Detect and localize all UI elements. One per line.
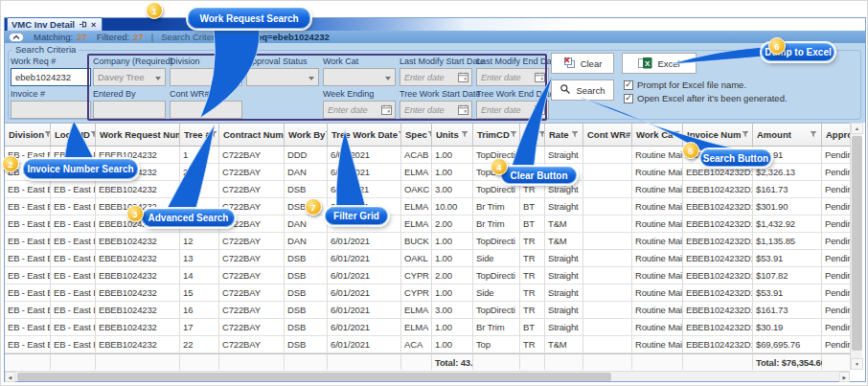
horizontal-scroll-thumb[interactable] [17,373,611,381]
grid-row-3[interactable]: EB - East BayEB - East BayEBEB10242328C7… [5,181,850,198]
pin-icon[interactable] [79,20,87,29]
column-header-amount[interactable]: Amount [753,124,822,146]
cell: Br Trim [473,216,520,233]
calendar-icon[interactable] [535,104,545,117]
filter-funnel-icon[interactable] [510,129,517,140]
cell: Pending [822,216,850,233]
cell: 6/01/2021 [328,233,401,250]
cell: 6/07/2021 [328,164,401,181]
grid-row-9[interactable]: EB - East BayEB - East BayEBEB102423215C… [5,284,850,302]
cell: $1,432.92 [753,216,822,233]
cell: EB - East Bay [51,216,96,233]
scroll-right-icon[interactable]: ▶ [839,372,850,382]
grid-row-6[interactable]: EB - East BayEB - East BayEBEB102423212C… [5,233,850,250]
grid-row-7[interactable]: EB - East BayEB - East BayEBEB102423213C… [5,250,850,267]
cell: Routine Maint [632,319,683,336]
week-ending-input[interactable]: Enter date [323,101,396,119]
grid-row-12[interactable]: EB - East BayEB - East BayEBEB102423222C… [5,336,850,353]
column-header-local-id[interactable]: Local ID [51,124,96,146]
cell: EB - East Bay [51,198,96,216]
scroll-up-icon[interactable]: ▲ [851,123,863,134]
cell: EB - East Bay [5,319,51,336]
cell [219,353,285,370]
dropdown-arrow-icon[interactable] [385,77,391,80]
filter-funnel-icon[interactable] [210,129,217,140]
dropdown-arrow-icon[interactable] [155,77,161,80]
filter-funnel-icon[interactable] [673,129,680,140]
filter-funnel-icon[interactable] [538,129,545,140]
calendar-icon[interactable] [381,104,392,117]
column-header-rate[interactable]: Rate [545,124,583,146]
filter-funnel-icon[interactable] [810,129,817,140]
excel-button[interactable]: X Excel [622,53,697,74]
vertical-scrollbar[interactable]: ▲ ▼ [850,123,862,370]
prompt-excel-checkbox[interactable]: ✓ [624,80,633,90]
column-header-division[interactable]: Division [5,124,51,146]
dropdown-arrow-icon[interactable] [232,77,238,80]
cell [473,353,520,370]
dropdown-arrow-icon[interactable] [308,77,314,80]
tab-title: VMC Inv Detail [11,19,75,30]
open-excel-checkbox[interactable]: ✓ [624,94,633,103]
scroll-left-icon[interactable]: ◀ [5,372,15,382]
cell: Side [473,284,520,302]
tree-work-start-date-input[interactable]: Enter date [400,101,472,119]
column-header-work-request-num[interactable]: Work Request Num [96,124,180,146]
entered-by-input[interactable] [93,101,166,119]
cont-wr-input[interactable] [170,101,242,119]
grid-row-8[interactable]: EB - East BayEB - East BayEBEB102423214C… [5,267,850,284]
grid-row-11[interactable]: EB - East BayEB - East BayEBEB102423217C… [5,319,850,336]
column-header-spec[interactable]: Spec [401,124,432,146]
column-header-trimcd[interactable]: TrimCD [473,124,520,146]
cell: 22 [180,336,219,353]
filter-funnel-icon[interactable] [571,129,579,140]
column-header-units[interactable]: Units [432,124,473,146]
vertical-scroll-thumb[interactable] [852,136,862,351]
cell [520,353,545,370]
cell: Br Trim [473,319,520,336]
work-req-value: ebeb1024232 [15,72,71,82]
cell: EBEB1024232 [96,319,180,336]
last-modify-start-date-input[interactable]: Enter date [400,68,472,86]
cell [583,336,632,353]
filter-funnel-icon[interactable] [742,129,749,140]
column-header-cont-wr-[interactable]: Cont WR# [583,124,632,146]
approval-status-dropdown[interactable] [246,68,319,86]
column-header-label: Local ID [55,129,90,140]
cell: T&M [545,233,583,250]
scroll-down-icon[interactable]: ▼ [851,358,863,370]
column-header-contract-num[interactable]: Contract Num [219,124,285,146]
callout-balloon-1: Work Request Search [188,8,310,29]
company-dropdown[interactable]: Davey Tree [93,68,166,86]
work-cat-dropdown[interactable] [323,68,396,86]
calendar-icon[interactable] [535,72,545,84]
column-header-tree-[interactable]: Tree # [180,124,219,146]
column-header-tree-work-date[interactable]: Tree Work Date [328,124,401,146]
clear-button[interactable]: Clear [551,53,614,74]
close-icon[interactable]: × [91,20,96,30]
cell [822,353,850,370]
cell: 3.00 [432,302,473,319]
column-header-label: Rate [549,129,569,140]
column-header-bill[interactable]: Bill [520,124,545,146]
filter-funnel-icon[interactable] [44,129,51,140]
column-header-appro[interactable]: Appro [822,124,850,146]
cell: C722BAY [219,233,285,250]
horizontal-scrollbar[interactable]: ◀ ▶ [5,371,850,381]
column-header-work-ca[interactable]: Work Ca [632,124,683,146]
cell: Side [473,250,520,267]
last-modify-end-date-input[interactable]: Enter date [476,68,549,86]
calendar-icon[interactable] [458,104,468,117]
grid-row-10[interactable]: EB - East BayEB - East BayEBEB102423216C… [5,302,850,319]
cell: Pending [822,284,850,302]
search-button[interactable]: Search [551,79,614,101]
tree-work-end-date-input[interactable]: Enter date [476,101,549,119]
work-req-input[interactable]: ebeb1024232 [11,68,91,86]
filter-funnel-icon[interactable] [461,129,468,140]
tab-vmc-inv-detail[interactable]: VMC Inv Detail × [7,17,103,31]
column-header-work-by[interactable]: Work By [285,124,328,146]
collapse-button[interactable] [9,33,24,42]
calendar-icon[interactable] [458,72,468,84]
invoice-input[interactable] [11,101,91,119]
division-dropdown[interactable] [170,68,242,86]
